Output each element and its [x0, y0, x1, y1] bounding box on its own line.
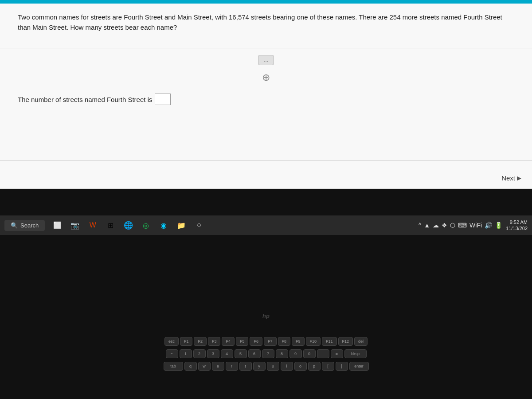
spotify-icon[interactable]: ◎ — [138, 217, 154, 233]
next-label: Next — [501, 174, 515, 182]
key-equals[interactable]: = — [331, 349, 343, 358]
key-f8[interactable]: F8 — [278, 337, 291, 346]
key-f5[interactable]: F5 — [236, 337, 249, 346]
key-f11[interactable]: F11 — [322, 337, 337, 346]
taskbar-right: ^ ▲ ☁ ❖ ⬡ ⌨ WiFi 🔊 🔋 9:52 AM 11/13/202 — [419, 219, 532, 232]
clock: 9:52 AM 11/13/202 — [506, 219, 528, 232]
key-t[interactable]: t — [239, 362, 252, 371]
key-esc[interactable]: esc — [164, 337, 179, 346]
file-explorer-icon[interactable]: 📁 — [173, 217, 189, 233]
date: 11/13/202 — [506, 225, 528, 231]
key-f2[interactable]: F2 — [194, 337, 207, 346]
taskbar-icons: ⬜ 📷 W ⊞ 🌐 ◎ ◉ — [49, 217, 207, 233]
key-f4[interactable]: F4 — [222, 337, 235, 346]
volume-icon: 🔊 — [485, 222, 492, 229]
answer-line: The number of streets named Fourth Stree… — [0, 89, 532, 110]
circle-icon[interactable]: ○ — [191, 217, 207, 233]
windows-icon[interactable]: ⊞ — [102, 217, 118, 233]
keyboard-icon: ⌨ — [458, 222, 467, 229]
question-text: Two common names for streets are Fourth … — [18, 12, 514, 32]
time: 9:52 AM — [506, 219, 528, 225]
key-0[interactable]: 0 — [303, 349, 316, 358]
key-w[interactable]: w — [198, 362, 211, 371]
key-f12[interactable]: F12 — [338, 337, 353, 346]
key-5[interactable]: 5 — [235, 349, 247, 358]
answer-input[interactable] — [155, 94, 171, 105]
key-enter[interactable]: enter — [349, 362, 369, 371]
keyboard-row-1: esc F1 F2 F3 F4 F5 F6 F7 F8 F9 F10 F11 F… — [22, 335, 510, 348]
key-f7[interactable]: F7 — [264, 337, 277, 346]
meet-icon[interactable]: 📷 — [67, 217, 83, 233]
next-button[interactable]: Next ▶ — [501, 174, 521, 182]
key-u[interactable]: u — [267, 362, 279, 371]
key-backspace[interactable]: bksp — [344, 349, 367, 358]
next-row: Next ▶ — [0, 168, 532, 189]
gear-icon: ⊕ — [0, 72, 532, 83]
display-icon: ⬡ — [450, 222, 455, 229]
key-minus[interactable]: - — [317, 349, 329, 358]
key-f6[interactable]: F6 — [250, 337, 262, 346]
top-bar — [0, 0, 532, 4]
expand-row: ... — [0, 55, 532, 65]
key-tab[interactable]: tab — [164, 362, 183, 371]
spacer — [0, 110, 532, 154]
taskbar: 🔍 Search ⬜ 📷 W ⊞ 🌐 — [0, 215, 532, 235]
divider-bottom — [0, 160, 532, 161]
key-o[interactable]: o — [294, 362, 307, 371]
key-7[interactable]: 7 — [262, 349, 274, 358]
key-2[interactable]: 2 — [193, 349, 206, 358]
answer-label: The number of streets named Fourth Stree… — [18, 96, 152, 103]
key-q[interactable]: q — [184, 362, 197, 371]
key-del[interactable]: del — [354, 337, 368, 346]
key-8[interactable]: 8 — [276, 349, 288, 358]
key-r[interactable]: r — [226, 362, 238, 371]
system-tray: ^ ▲ ☁ ❖ ⬡ ⌨ WiFi 🔊 🔋 — [419, 222, 502, 229]
content-area: Two common names for streets are Fourth … — [0, 4, 532, 168]
key-tilde[interactable]: ~ — [166, 349, 178, 358]
next-arrow: ▶ — [517, 175, 521, 181]
key-9[interactable]: 9 — [289, 349, 302, 358]
divider-top — [0, 48, 532, 48]
chevron-icon[interactable]: ^ — [419, 222, 422, 229]
cloud-icon: ☁ — [433, 222, 439, 229]
office-icon[interactable]: W — [85, 217, 101, 233]
edge-icon[interactable]: 🌐 — [120, 217, 136, 233]
hp-logo: hp — [262, 313, 270, 319]
wifi-icon: WiFi — [469, 222, 482, 229]
key-lbracket[interactable]: [ — [322, 362, 334, 371]
question-area: Two common names for streets are Fourth … — [0, 4, 532, 41]
key-f3[interactable]: F3 — [208, 337, 221, 346]
app-icon-1[interactable]: ◉ — [156, 217, 172, 233]
search-icon: 🔍 — [11, 222, 18, 229]
key-4[interactable]: 4 — [221, 349, 233, 358]
key-f9[interactable]: F9 — [292, 337, 305, 346]
key-y[interactable]: y — [253, 362, 266, 371]
key-i[interactable]: i — [281, 362, 293, 371]
key-6[interactable]: 6 — [248, 349, 261, 358]
expand-button[interactable]: ... — [258, 55, 274, 65]
gear-area: ⊕ — [0, 70, 532, 89]
settings-icon[interactable]: ❖ — [442, 222, 447, 229]
search-button[interactable]: 🔍 Search — [4, 220, 45, 231]
taskview-icon[interactable]: ⬜ — [49, 217, 65, 233]
search-label: Search — [20, 222, 39, 229]
key-f10[interactable]: F10 — [306, 337, 321, 346]
key-rbracket[interactable]: ] — [336, 362, 348, 371]
key-3[interactable]: 3 — [207, 349, 219, 358]
key-e[interactable]: e — [212, 362, 224, 371]
key-p[interactable]: p — [308, 362, 321, 371]
keyboard-row-2: ~ 1 2 3 4 5 6 7 8 9 0 - = bksp — [22, 348, 510, 360]
keyboard-row-3: tab q w e r t y u i o p [ ] enter — [22, 360, 510, 372]
keyboard-area: esc F1 F2 F3 F4 F5 F6 F7 F8 F9 F10 F11 F… — [0, 335, 532, 372]
key-f1[interactable]: F1 — [180, 337, 193, 346]
network-icon: ▲ — [424, 222, 430, 229]
key-1[interactable]: 1 — [180, 349, 192, 358]
battery-icon: 🔋 — [495, 222, 502, 229]
